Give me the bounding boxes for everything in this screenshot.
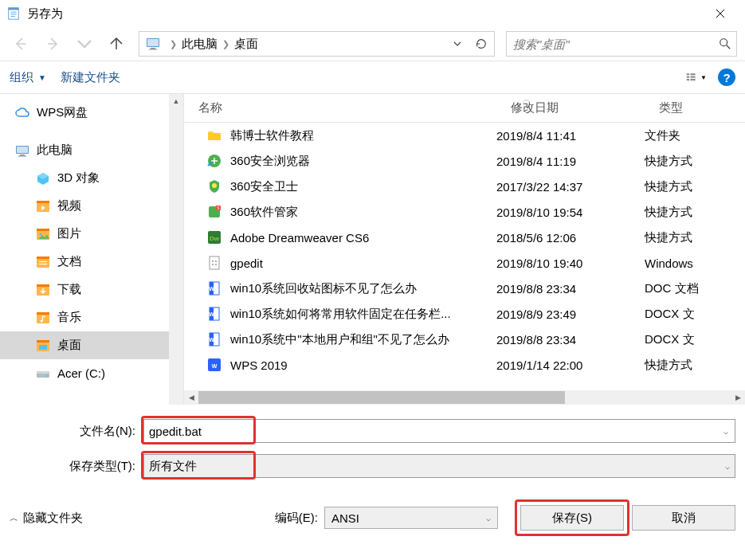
horizontal-scrollbar[interactable]: ◀ ▶	[184, 390, 745, 405]
titlebar: 另存为	[0, 0, 745, 27]
column-date[interactable]: 修改日期	[496, 94, 645, 122]
file-name: 韩博士软件教程	[230, 128, 496, 143]
pic-icon	[35, 226, 51, 242]
search-box[interactable]	[506, 31, 737, 57]
file-name: 360安全浏览器	[230, 154, 496, 169]
svg-point-58	[215, 264, 217, 265]
organize-button[interactable]: 组织▼	[10, 70, 46, 85]
encoding-dropdown[interactable]: ANSI ⌵	[324, 507, 498, 529]
svg-rect-29	[37, 229, 49, 231]
file-row[interactable]: 360安全浏览器2019/8/4 11:19快捷方式	[184, 148, 745, 174]
scroll-left-icon[interactable]: ◀	[184, 390, 198, 405]
scroll-up-icon[interactable]: ▲	[169, 94, 183, 108]
sidebar-item[interactable]: 3D 对象	[0, 164, 183, 192]
file-date: 2019/8/9 23:49	[496, 307, 645, 321]
file-row[interactable]: WWPS 20192019/1/14 22:00快捷方式	[184, 352, 745, 378]
file-row[interactable]: Wwin10系统回收站图标不见了怎么办2019/8/8 23:34DOC 文档	[184, 276, 745, 301]
recent-dropdown[interactable]	[72, 31, 97, 57]
sidebar-item[interactable]: 文档	[0, 248, 183, 276]
address-dropdown[interactable]	[446, 33, 469, 55]
docw-icon: W	[206, 280, 222, 296]
file-row[interactable]: gpedit2019/8/10 19:40Windows	[184, 250, 745, 276]
svg-rect-11	[147, 39, 159, 46]
dl-icon	[35, 282, 51, 298]
sidebar-item-label: 文档	[57, 254, 81, 269]
caret-down-icon: ▼	[700, 74, 707, 81]
svg-text:W: W	[209, 311, 214, 317]
refresh-button[interactable]	[470, 33, 492, 55]
main-area: WPS网盘此电脑3D 对象视频图片文档下载音乐桌面Acer (C:) ▲ ︿ 名…	[0, 94, 745, 405]
file-row[interactable]: Wwin10系统如何将常用软件固定在任务栏...2019/8/9 23:49DO…	[184, 301, 745, 327]
forward-button[interactable]	[40, 31, 65, 57]
file-row[interactable]: S360软件管家2019/8/10 19:54快捷方式	[184, 199, 745, 225]
file-type: 快捷方式	[645, 179, 745, 194]
file-date: 2017/3/22 14:37	[496, 180, 645, 194]
file-row[interactable]: 360安全卫士2017/3/22 14:37快捷方式	[184, 174, 745, 199]
scroll-right-icon[interactable]: ▶	[731, 390, 745, 405]
up-button[interactable]	[104, 31, 129, 57]
new-folder-button[interactable]: 新建文件夹	[61, 70, 120, 85]
chevron-down-icon: ⌵	[486, 514, 491, 523]
search-button[interactable]	[714, 33, 736, 55]
sidebar-item[interactable]: WPS网盘	[0, 99, 183, 127]
filename-field-wrap: ⌵	[143, 419, 735, 443]
column-type[interactable]: 类型	[645, 94, 745, 122]
svg-rect-25	[18, 155, 26, 156]
sidebar-item[interactable]: 下载	[0, 276, 183, 303]
close-icon	[716, 9, 725, 18]
svg-point-57	[212, 264, 214, 265]
sidebar-item[interactable]: 此电脑	[0, 136, 183, 164]
file-row[interactable]: DwAdobe Dreamweaver CS62018/5/6 12:06快捷方…	[184, 225, 745, 250]
savetype-dropdown[interactable]: 所有文件 ⌵	[143, 454, 735, 478]
address-bar[interactable]: ❯ 此电脑 ❯ 桌面	[139, 31, 495, 57]
crumb-current[interactable]: 桌面	[234, 37, 258, 52]
sidebar-scrollbar[interactable]: ▲	[169, 94, 183, 405]
desk-icon	[35, 338, 51, 354]
caret-down-icon: ▼	[38, 73, 46, 82]
sidebar-item-label: 视频	[57, 198, 81, 213]
svg-text:W: W	[212, 363, 218, 369]
cancel-button[interactable]: 取消	[632, 505, 735, 531]
column-name[interactable]: 名称	[184, 94, 496, 122]
view-options-button[interactable]: ▼	[686, 69, 707, 86]
save-form: 文件名(N): ⌵ 保存类型(T): 所有文件 ⌵	[0, 405, 745, 478]
svg-rect-21	[690, 79, 695, 80]
filename-input[interactable]	[149, 425, 730, 438]
chevron-up-icon: ︿	[10, 512, 18, 524]
sidebar-item[interactable]: 视频	[0, 192, 183, 220]
sidebar-item[interactable]: 音乐	[0, 303, 183, 331]
sidebar-item[interactable]: 图片	[0, 220, 183, 248]
sidebar-item-label: 图片	[57, 226, 81, 241]
svg-rect-16	[687, 73, 689, 75]
filename-label: 文件名(N):	[10, 424, 143, 439]
cloud-icon	[14, 105, 30, 121]
lnk4-icon: Dw	[206, 229, 222, 245]
encoding-label: 编码(E):	[275, 511, 318, 526]
svg-rect-17	[687, 76, 689, 78]
forward-arrow-icon	[45, 36, 61, 52]
svg-rect-18	[687, 79, 689, 80]
lnk3-icon: S	[206, 204, 222, 220]
sidebar-item[interactable]: 桌面	[0, 331, 183, 359]
chevron-down-icon[interactable]: ⌵	[723, 427, 728, 436]
file-row[interactable]: Wwin10系统中"本地用户和组"不见了怎么办2019/8/8 23:34DOC…	[184, 327, 745, 352]
sort-indicator-icon: ︿	[523, 94, 531, 105]
lnk5-icon: W	[206, 357, 222, 373]
sidebar-item[interactable]: Acer (C:)	[0, 359, 183, 387]
folder-icon	[206, 127, 222, 143]
close-button[interactable]	[702, 1, 739, 26]
file-name: win10系统回收站图标不见了怎么办	[230, 281, 496, 296]
save-button[interactable]: 保存(S)	[520, 505, 624, 531]
docw-icon: W	[206, 306, 222, 322]
crumb-root[interactable]: 此电脑	[182, 37, 218, 52]
file-row[interactable]: 韩博士软件教程2019/8/4 11:41文件夹	[184, 123, 745, 148]
file-type: DOCX 文	[645, 332, 745, 347]
scroll-thumb[interactable]	[198, 391, 565, 404]
file-date: 2019/8/10 19:40	[496, 257, 645, 270]
hide-folders-toggle[interactable]: ︿ 隐藏文件夹	[10, 511, 83, 526]
svg-rect-24	[20, 155, 25, 156]
sidebar-item-label: 桌面	[57, 338, 81, 353]
back-button[interactable]	[8, 31, 33, 57]
help-button[interactable]: ?	[718, 69, 735, 86]
search-input[interactable]	[507, 37, 714, 51]
